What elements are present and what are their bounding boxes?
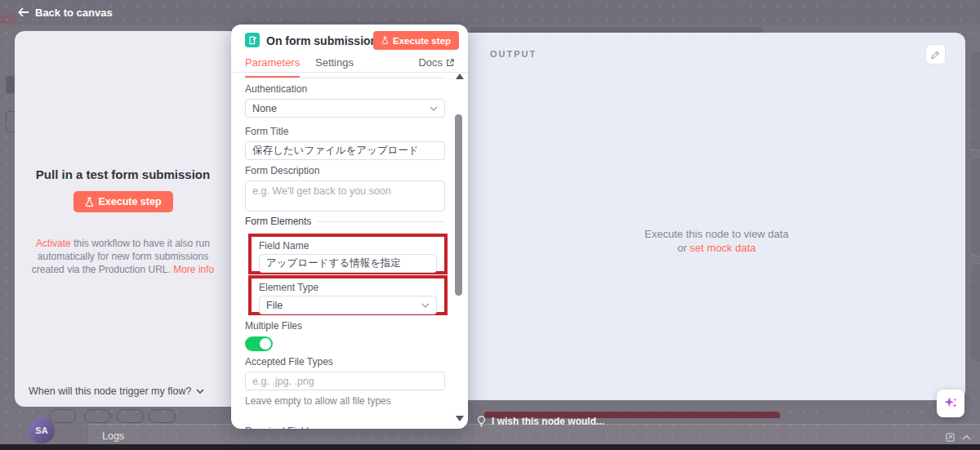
dimmed-side-button	[6, 76, 15, 94]
accepted-file-types-help: Leave empty to allow all file types	[245, 395, 445, 407]
modal-header: On form submission Execute step	[231, 25, 468, 52]
multiple-files-label: Multiple Files	[245, 320, 302, 332]
docs-label: Docs	[418, 56, 443, 69]
output-empty-or: or	[677, 242, 689, 254]
edit-output-button[interactable]	[925, 44, 946, 65]
dimmed-panel-fragment	[969, 51, 980, 150]
form-description-textarea[interactable]	[245, 180, 445, 212]
output-panel: OUTPUT Execute this node to view data or…	[468, 33, 965, 400]
dimmed-canvas-button	[117, 409, 144, 423]
wish-label: I wish this node would...	[492, 416, 604, 427]
top-bar: Back to canvas	[0, 0, 980, 25]
flask-icon	[381, 36, 389, 45]
chevron-down-icon	[196, 389, 204, 394]
trigger-question-label: When will this node trigger my flow?	[29, 385, 191, 397]
element-type-highlight: Element Type File	[248, 275, 448, 315]
form-description-label: Form Description	[245, 165, 445, 176]
form-title-input[interactable]	[245, 141, 445, 160]
element-type-value: File	[266, 300, 283, 311]
authentication-field: Authentication None	[245, 83, 445, 118]
modal-tabs: Parameters Settings Docs	[231, 56, 468, 73]
multiple-files-toggle[interactable]	[245, 336, 273, 351]
set-mock-data-link[interactable]: set mock data	[690, 242, 756, 254]
field-name-field: Field Name	[252, 237, 444, 276]
input-panel: Pull in a test form submission Execute s…	[15, 31, 231, 407]
docs-link[interactable]: Docs	[418, 56, 454, 69]
accepted-file-types-input[interactable]	[245, 372, 445, 390]
field-name-highlight: Field Name	[248, 234, 448, 274]
more-info-link[interactable]: More info	[173, 264, 214, 275]
modal-title: On form submission	[266, 34, 377, 47]
logs-panel: Logs	[88, 424, 980, 446]
logs-label[interactable]: Logs	[102, 430, 124, 442]
accepted-file-types-field: Accepted File Types Leave empty to allow…	[245, 356, 445, 407]
chevron-up-icon[interactable]	[962, 434, 971, 440]
bottom-border	[0, 444, 980, 450]
accepted-file-types-label: Accepted File Types	[245, 356, 445, 368]
sparkle-icon	[942, 395, 959, 412]
execute-step-label: Execute step	[393, 36, 451, 46]
dimmed-canvas-button	[49, 409, 76, 423]
flask-icon	[84, 197, 93, 207]
activate-note: Activate this workflow to have it also r…	[28, 237, 218, 276]
dimmed-canvas-button	[84, 409, 111, 423]
form-title-field: Form Title	[245, 126, 445, 160]
arrow-left-icon	[18, 7, 29, 17]
authentication-label: Authentication	[245, 83, 445, 95]
form-node-icon	[245, 33, 260, 47]
divider	[318, 221, 445, 222]
scroll-up-arrow[interactable]	[456, 74, 464, 79]
dimmed-panel-fragment	[969, 263, 980, 363]
form-elements-section-label: Form Elements	[245, 216, 445, 227]
element-type-select[interactable]: File	[259, 296, 437, 314]
back-to-canvas-button[interactable]: Back to canvas	[18, 0, 113, 25]
trigger-question-toggle[interactable]: When will this node trigger my flow?	[29, 385, 204, 397]
element-type-field: Element Type File	[252, 278, 444, 318]
field-name-label: Field Name	[259, 240, 437, 252]
authentication-select[interactable]: None	[245, 99, 445, 118]
field-name-input[interactable]	[259, 254, 437, 273]
pencil-icon	[931, 50, 940, 60]
avatar-initials: SA	[35, 425, 47, 435]
dimmed-canvas-button	[149, 409, 176, 423]
divider	[245, 78, 445, 78]
chevron-down-icon	[421, 303, 430, 308]
output-empty-line1: Execute this node to view data	[468, 227, 965, 241]
scroll-down-arrow[interactable]	[456, 416, 464, 421]
external-link-icon	[446, 59, 454, 67]
modal-scroll-area: Authentication None Form Title Form Desc…	[231, 73, 468, 429]
form-title-label: Form Title	[245, 126, 445, 137]
app-screen: Back to canvas Pull in a test form submi…	[0, 0, 980, 450]
execute-step-button-modal[interactable]: Execute step	[373, 31, 459, 50]
ai-assistant-button[interactable]	[937, 390, 964, 417]
lightbulb-icon	[477, 416, 486, 427]
execute-step-label: Execute step	[98, 196, 161, 207]
wish-node-button[interactable]: I wish this node would...	[477, 416, 604, 427]
required-field-field: Required Field	[245, 425, 309, 429]
execute-step-button[interactable]: Execute step	[73, 191, 172, 212]
chevron-down-icon	[430, 106, 438, 111]
multiple-files-field: Multiple Files	[245, 320, 302, 351]
node-settings-modal: On form submission Execute step Paramete…	[231, 25, 468, 429]
required-field-label: Required Field	[245, 425, 309, 429]
tab-settings[interactable]: Settings	[315, 56, 354, 69]
form-elements-label: Form Elements	[245, 216, 311, 227]
dimmed-panel-fragment	[969, 157, 980, 256]
element-type-label: Element Type	[259, 282, 437, 293]
input-panel-title: Pull in a test form submission	[15, 167, 231, 181]
toggle-knob	[260, 338, 271, 350]
output-header: OUTPUT	[490, 49, 537, 59]
bottom-right-icons	[946, 433, 971, 442]
expand-icon[interactable]	[946, 433, 955, 442]
authentication-value: None	[252, 103, 277, 114]
form-description-field: Form Description	[245, 165, 445, 215]
activate-link[interactable]: Activate	[36, 238, 71, 249]
output-empty-state: Execute this node to view data or set mo…	[468, 227, 965, 255]
back-label: Back to canvas	[35, 7, 113, 19]
user-avatar[interactable]: SA	[29, 417, 55, 443]
scrollbar-thumb[interactable]	[455, 114, 462, 296]
